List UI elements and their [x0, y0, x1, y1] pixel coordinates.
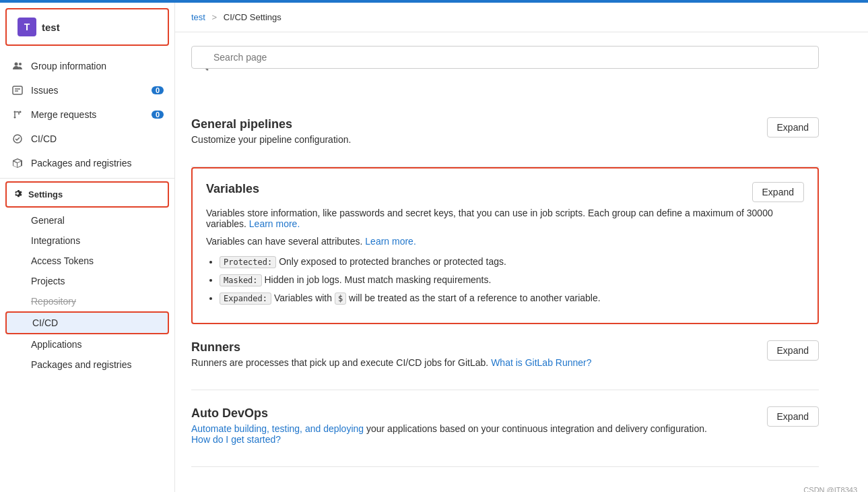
variables-list-item-masked: Masked: Hidden in job logs. Must match m…	[220, 273, 804, 287]
sidebar-sub-cicd[interactable]: CI/CD	[5, 311, 169, 334]
sidebar-sub-projects[interactable]: Projects	[0, 271, 174, 291]
project-header[interactable]: T test	[5, 8, 169, 46]
page-content: 🔍 General pipelines Customize your pipel…	[175, 32, 835, 481]
merge-icon	[11, 108, 24, 121]
variables-section: Variables Expand Variables store informa…	[191, 167, 819, 324]
main-content-area: test > CI/CD Settings 🔍 General pipeline…	[175, 3, 868, 492]
general-pipelines-desc: Customize your pipeline configuration.	[191, 134, 351, 145]
general-pipelines-title-group: General pipelines Customize your pipelin…	[191, 117, 351, 145]
runners-header: Runners Runners are processes that pick …	[191, 340, 819, 368]
auto-devops-text: your applications based on your continuo…	[366, 423, 707, 434]
sidebar-sub-applications[interactable]: Applications	[0, 334, 174, 355]
auto-devops-expand-btn[interactable]: Expand	[767, 406, 819, 427]
sidebar-item-label: Group information	[31, 61, 106, 71]
svg-point-0	[15, 63, 18, 66]
runners-expand-btn[interactable]: Expand	[767, 340, 819, 361]
svg-rect-2	[13, 86, 22, 94]
sidebar-item-label: Issues	[31, 85, 58, 96]
variables-title: Variables	[206, 182, 259, 196]
auto-devops-title-group: Auto DevOps Automate building, testing, …	[191, 406, 707, 445]
sidebar-sub-integrations[interactable]: Integrations	[0, 230, 174, 251]
masked-text: Hidden in job logs. Must match masking r…	[264, 274, 491, 285]
sidebar-nav: Group information Issues 0 Merge request…	[0, 51, 174, 377]
sidebar-item-group-information[interactable]: Group information	[0, 54, 174, 78]
variables-list-item-protected: Protected: Only exposed to protected bra…	[220, 255, 804, 269]
avatar: T	[18, 18, 36, 36]
variables-desc1: Variables store information, like passwo…	[206, 208, 804, 229]
breadcrumb-parent[interactable]: test	[191, 12, 205, 22]
auto-devops-header: Auto DevOps Automate building, testing, …	[191, 406, 819, 445]
runners-section: Runners Runners are processes that pick …	[191, 324, 819, 390]
svg-point-7	[20, 111, 22, 113]
variables-list-item-expanded: Expanded: Variables with $ will be treat…	[220, 291, 804, 305]
dollar-sign: $	[335, 293, 346, 305]
sidebar-item-packages[interactable]: Packages and registries	[0, 151, 174, 175]
search-input[interactable]	[191, 46, 819, 69]
sidebar-sub-packages-registries[interactable]: Packages and registries	[0, 355, 174, 375]
sidebar-item-label: Packages and registries	[31, 158, 131, 168]
variables-list: Protected: Only exposed to protected bra…	[206, 255, 804, 305]
runners-title: Runners	[191, 340, 592, 355]
protected-text: Only exposed to protected branches or pr…	[279, 256, 506, 267]
svg-point-6	[14, 117, 16, 119]
auto-devops-title: Auto DevOps	[191, 406, 707, 421]
variables-body: Variables store information, like passwo…	[206, 208, 804, 305]
general-pipelines-expand-btn[interactable]: Expand	[767, 117, 819, 137]
cicd-icon	[11, 132, 24, 146]
auto-devops-desc: Automate building, testing, and deployin…	[191, 423, 707, 445]
project-name: test	[42, 22, 60, 33]
auto-devops-get-started[interactable]: How do I get started?	[191, 434, 281, 445]
settings-section[interactable]: Settings	[5, 181, 169, 208]
expanded-text: Variables with	[274, 293, 335, 303]
settings-icon	[12, 188, 23, 201]
sidebar-item-label: CI/CD	[31, 133, 57, 144]
svg-point-5	[14, 111, 16, 113]
issues-badge: 0	[152, 86, 164, 94]
expanded-text2: will be treated as the start of a refere…	[349, 293, 601, 303]
variables-desc2: Variables can have several attributes. L…	[206, 236, 804, 247]
merge-badge: 0	[152, 111, 164, 119]
sidebar-sub-general[interactable]: General	[0, 210, 174, 230]
variables-expand-btn[interactable]: Expand	[752, 182, 804, 202]
runners-desc: Runners are processes that pick up and e…	[191, 357, 592, 368]
general-pipelines-section: General pipelines Customize your pipelin…	[191, 101, 819, 167]
masked-tag: Masked:	[220, 274, 262, 286]
protected-tag: Protected:	[220, 256, 276, 268]
sidebar-item-label: Merge requests	[31, 109, 96, 120]
breadcrumb-separator: >	[212, 12, 218, 22]
sidebar-divider	[0, 178, 174, 179]
expanded-tag: Expanded:	[220, 293, 271, 305]
breadcrumb: test > CI/CD Settings	[175, 3, 868, 32]
sidebar-sub-access-tokens[interactable]: Access Tokens	[0, 251, 174, 271]
general-pipelines-header: General pipelines Customize your pipelin…	[191, 117, 819, 145]
sidebar-item-cicd[interactable]: CI/CD	[0, 127, 174, 151]
breadcrumb-current: CI/CD Settings	[224, 12, 281, 22]
runners-title-group: Runners Runners are processes that pick …	[191, 340, 592, 368]
general-pipelines-title: General pipelines	[191, 117, 351, 131]
variables-header: Variables Expand	[206, 182, 804, 202]
sidebar-sub-repository[interactable]: Repository	[0, 291, 174, 311]
variables-learn-more-1[interactable]: Learn more.	[249, 218, 300, 229]
runners-link[interactable]: What is GitLab Runner?	[491, 357, 591, 368]
footer: CSDN @IT8343	[175, 481, 868, 492]
auto-devops-link[interactable]: Automate building, testing, and deployin…	[191, 423, 364, 434]
packages-icon	[11, 156, 24, 170]
sidebar-item-issues[interactable]: Issues 0	[0, 78, 174, 102]
settings-label-text: Settings	[28, 189, 63, 199]
auto-devops-section: Auto DevOps Automate building, testing, …	[191, 390, 819, 467]
variables-learn-more-2[interactable]: Learn more.	[365, 236, 415, 247]
sidebar-item-merge-requests[interactable]: Merge requests 0	[0, 102, 174, 127]
search-wrap: 🔍	[191, 46, 819, 85]
issues-icon	[11, 84, 24, 97]
sidebar: T test Group information Issues 0	[0, 3, 175, 492]
group-icon	[11, 59, 24, 73]
svg-point-1	[19, 63, 22, 65]
